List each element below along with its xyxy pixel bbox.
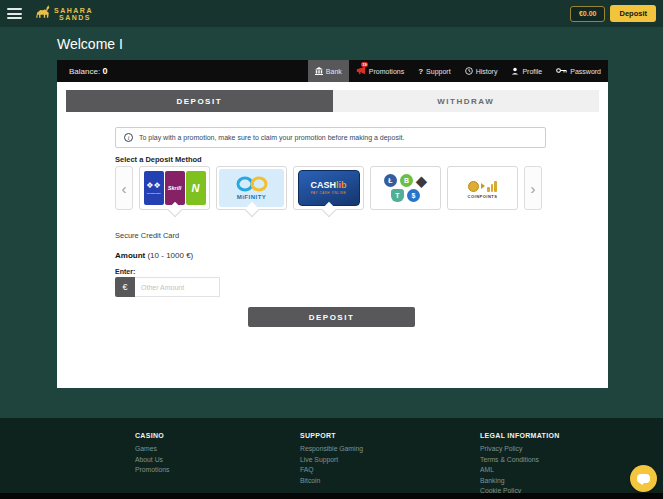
nav-item-bank[interactable]: Bank: [308, 60, 349, 82]
bottom-edge-strip: [0, 493, 663, 499]
promotion-info-text: To play with a promotion, make sure to c…: [139, 134, 404, 141]
nav-item-promotions[interactable]: 19 Promotions: [349, 60, 411, 82]
deposit-submit-button[interactable]: DEPOSIT: [248, 307, 415, 327]
cashier-header-bar: Balance: 0 Bank 19 Promotions ? Support: [57, 60, 608, 82]
balance-chip[interactable]: €0.00: [570, 6, 606, 22]
litecoin-icon: Ł: [384, 174, 397, 187]
infinity-icon: [235, 176, 269, 196]
footer-link-banking[interactable]: Banking: [480, 476, 560, 487]
currency-symbol: €: [115, 277, 135, 297]
live-chat-button[interactable]: [630, 465, 657, 492]
info-icon: i: [124, 133, 133, 142]
deposit-method-carousel: ‹ ❖❖ paysafecard Skrill N MiFINITY: [115, 166, 542, 210]
chat-bubble-icon: [637, 474, 650, 483]
coin-stack-icon: [487, 181, 497, 192]
tab-withdraw[interactable]: WITHDRAW: [333, 90, 600, 112]
method-card-coinpoints[interactable]: COINPOINTS: [447, 166, 518, 210]
footer-link-terms[interactable]: Terms & Conditions: [480, 455, 560, 466]
neteller-logo: N: [186, 171, 206, 205]
method-card-ewallets[interactable]: ❖❖ paysafecard Skrill N: [139, 166, 210, 210]
promotion-info-banner: i To play with a promotion, make sure to…: [115, 127, 546, 148]
method-card-crypto[interactable]: Ł B ◆ T $: [370, 166, 441, 210]
mifinity-logo: MiFINITY: [237, 194, 267, 200]
footer-column-casino: CASINO Games About Us Promotions: [135, 432, 169, 476]
enter-label: Enter:: [115, 268, 135, 275]
cashlib-logo: CASHlib PAY CASH ONLINE: [298, 170, 360, 206]
method-card-cashlib[interactable]: CASHlib PAY CASH ONLINE: [293, 166, 364, 210]
footer-link-responsible-gaming[interactable]: Responsible Gaming: [300, 444, 363, 455]
footer: CASINO Games About Us Promotions SUPPORT…: [0, 418, 663, 493]
amount-input-group: €: [115, 277, 220, 297]
promotions-badge: 19: [361, 62, 368, 67]
casino-deposit-page: { "header": { "brand": { "line1": "SAHAR…: [0, 0, 664, 499]
bank-icon: [315, 67, 323, 76]
camel-icon: [34, 4, 51, 24]
method-card-mifinity[interactable]: MiFINITY: [216, 166, 287, 210]
paysafecard-logo: ❖❖ paysafecard: [144, 171, 164, 205]
crypto-logos: Ł B ◆ T $: [384, 174, 427, 202]
nav-item-history[interactable]: History: [458, 60, 505, 82]
arrow-right-icon: [481, 183, 485, 189]
balance-display: Balance: 0: [57, 66, 107, 76]
person-icon: [511, 67, 519, 76]
nav-item-password[interactable]: Password: [549, 60, 608, 82]
nav-item-support[interactable]: ? Support: [411, 60, 457, 82]
footer-link-live-support[interactable]: Live Support: [300, 455, 363, 466]
footer-link-bitcoin[interactable]: Bitcoin: [300, 476, 363, 487]
tether-icon: T: [391, 189, 404, 202]
ethereum-icon: ◆: [416, 174, 427, 187]
brand-name: SAHARA SANDS: [54, 7, 93, 21]
clock-icon: [465, 67, 473, 76]
header-deposit-button[interactable]: Deposit: [610, 5, 656, 22]
deposit-withdraw-tabs: DEPOSIT WITHDRAW: [66, 90, 599, 112]
tab-deposit[interactable]: DEPOSIT: [66, 90, 333, 112]
welcome-heading: Welcome I: [57, 36, 123, 52]
footer-link-privacy-policy[interactable]: Privacy Policy: [480, 444, 560, 455]
chevron-right-icon: ›: [531, 180, 536, 197]
footer-column-legal: LEGAL INFORMATION Privacy Policy Terms &…: [480, 432, 560, 497]
bitcoin-cash-icon: B: [400, 174, 413, 187]
footer-link-games[interactable]: Games: [135, 444, 169, 455]
footer-link-faq[interactable]: FAQ: [300, 465, 363, 476]
amount-input[interactable]: [135, 277, 220, 297]
megaphone-icon: [356, 66, 366, 76]
carousel-next-button[interactable]: ›: [524, 166, 542, 210]
footer-link-about-us[interactable]: About Us: [135, 455, 169, 466]
amount-range-label: Amount (10 - 1000 €): [115, 251, 193, 260]
key-icon: [556, 67, 567, 75]
skrill-logo: Skrill: [165, 171, 185, 205]
brand-logo[interactable]: SAHARA SANDS: [34, 4, 93, 24]
footer-link-promotions[interactable]: Promotions: [135, 465, 169, 476]
top-bar: SAHARA SANDS €0.00 Deposit: [0, 0, 663, 27]
select-method-label: Select a Deposit Method: [115, 155, 202, 164]
question-icon: ?: [418, 67, 423, 76]
cashier-nav: Bank 19 Promotions ? Support History: [308, 60, 608, 82]
hamburger-menu-icon[interactable]: [7, 8, 22, 19]
footer-link-aml[interactable]: AML: [480, 465, 560, 476]
nav-item-profile[interactable]: Profile: [504, 60, 549, 82]
cashier-panel: Balance: 0 Bank 19 Promotions ? Support: [57, 60, 608, 388]
coinpoints-logo: COINPOINTS: [468, 178, 498, 199]
usdc-icon: $: [407, 189, 420, 202]
coin-icon: [468, 181, 479, 192]
selected-method-name: Secure Credit Card: [115, 231, 179, 240]
chevron-left-icon: ‹: [122, 180, 127, 197]
footer-column-support: SUPPORT Responsible Gaming Live Support …: [300, 432, 363, 486]
carousel-prev-button[interactable]: ‹: [115, 166, 133, 210]
